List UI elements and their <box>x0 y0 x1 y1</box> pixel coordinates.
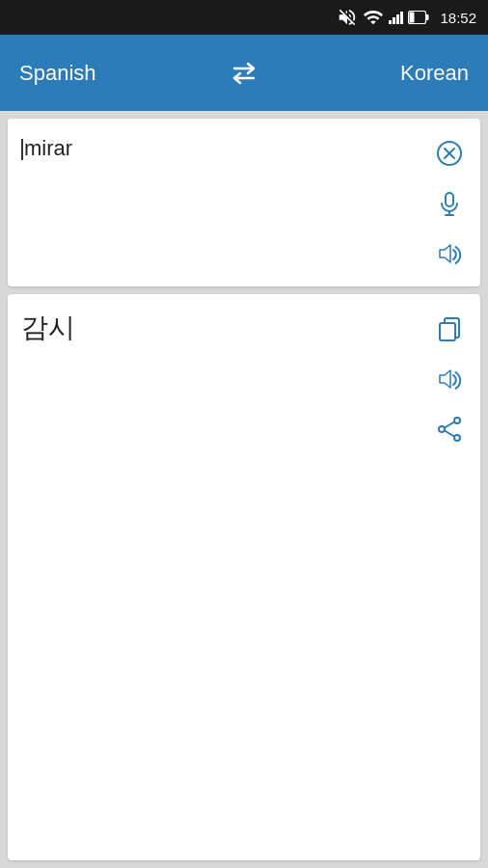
copy-button[interactable] <box>432 312 467 346</box>
svg-rect-2 <box>410 13 415 23</box>
status-time: 18:52 <box>440 10 476 26</box>
clear-button[interactable] <box>432 136 467 171</box>
source-language-button[interactable]: Spanish <box>19 61 135 86</box>
target-language-button[interactable]: Korean <box>353 61 469 86</box>
svg-point-14 <box>454 435 460 441</box>
svg-point-13 <box>439 426 445 432</box>
output-card: 감시 <box>8 294 480 860</box>
input-card: mirar <box>8 119 480 286</box>
status-bar: 18:52 <box>0 0 488 35</box>
svg-line-15 <box>445 422 454 428</box>
svg-line-16 <box>445 431 454 437</box>
input-display: mirar <box>21 136 72 160</box>
speak-input-button[interactable] <box>432 236 467 271</box>
translation-display: 감시 <box>21 312 85 342</box>
output-text-area: 감시 <box>21 310 432 845</box>
wifi-icon <box>363 7 384 28</box>
input-actions <box>432 134 467 271</box>
svg-point-12 <box>454 418 460 423</box>
output-actions <box>432 310 467 845</box>
main-content: mirar <box>0 111 488 868</box>
text-cursor <box>21 139 23 160</box>
status-icons: 18:52 <box>337 7 476 28</box>
svg-marker-9 <box>440 245 450 262</box>
signal-icon <box>389 11 403 24</box>
svg-rect-1 <box>426 14 429 20</box>
mute-icon <box>337 7 358 28</box>
speak-output-button[interactable] <box>432 362 467 396</box>
battery-icon <box>408 11 429 24</box>
toolbar: Spanish Korean <box>0 35 488 111</box>
share-button[interactable] <box>432 412 467 447</box>
svg-rect-6 <box>446 193 453 206</box>
swap-languages-button[interactable] <box>227 56 261 91</box>
microphone-button[interactable] <box>432 186 467 221</box>
input-text-area[interactable]: mirar <box>21 134 432 271</box>
svg-rect-10 <box>440 323 455 340</box>
svg-marker-11 <box>440 370 450 388</box>
